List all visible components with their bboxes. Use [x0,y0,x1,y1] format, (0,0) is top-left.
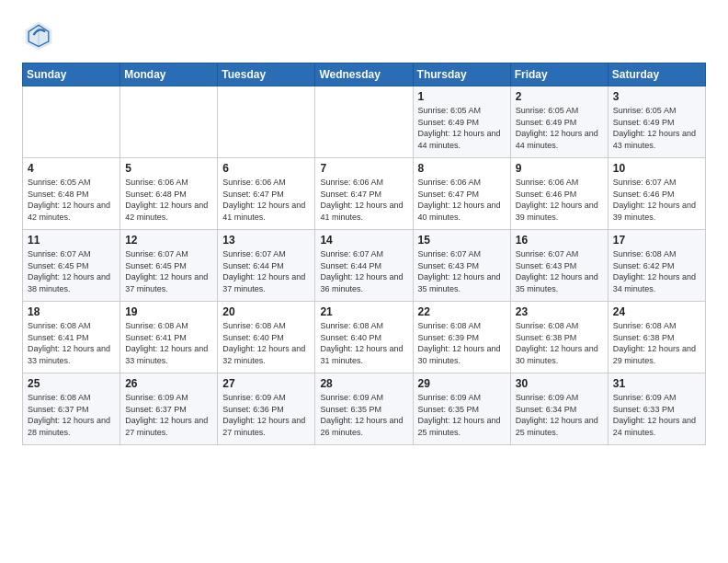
col-header-friday: Friday [510,63,608,86]
day-info: Sunrise: 6:08 AM Sunset: 6:37 PM Dayligh… [28,392,115,438]
day-number: 8 [418,162,506,175]
day-number: 23 [516,305,603,318]
day-cell [315,86,413,158]
day-cell: 23Sunrise: 6:08 AM Sunset: 6:38 PM Dayli… [510,302,608,373]
day-cell: 12Sunrise: 6:07 AM Sunset: 6:45 PM Dayli… [120,230,218,302]
day-number: 26 [125,377,212,390]
day-info: Sunrise: 6:07 AM Sunset: 6:44 PM Dayligh… [222,248,310,294]
day-cell: 30Sunrise: 6:09 AM Sunset: 6:34 PM Dayli… [510,373,608,445]
day-cell: 5Sunrise: 6:06 AM Sunset: 6:48 PM Daylig… [120,158,218,230]
day-info: Sunrise: 6:09 AM Sunset: 6:33 PM Dayligh… [613,392,700,438]
col-header-thursday: Thursday [413,63,510,86]
day-number: 17 [613,234,700,247]
header [22,18,706,52]
day-info: Sunrise: 6:06 AM Sunset: 6:46 PM Dayligh… [516,177,603,223]
day-cell: 2Sunrise: 6:05 AM Sunset: 6:49 PM Daylig… [510,86,608,158]
day-number: 21 [320,305,407,318]
day-cell: 15Sunrise: 6:07 AM Sunset: 6:43 PM Dayli… [413,230,510,302]
col-header-monday: Monday [120,63,218,86]
day-cell: 13Sunrise: 6:07 AM Sunset: 6:44 PM Dayli… [218,230,315,302]
day-cell: 18Sunrise: 6:08 AM Sunset: 6:41 PM Dayli… [23,302,120,373]
day-info: Sunrise: 6:07 AM Sunset: 6:45 PM Dayligh… [125,248,212,294]
day-cell: 8Sunrise: 6:06 AM Sunset: 6:47 PM Daylig… [413,158,510,230]
day-cell: 25Sunrise: 6:08 AM Sunset: 6:37 PM Dayli… [23,373,120,445]
day-info: Sunrise: 6:08 AM Sunset: 6:41 PM Dayligh… [28,320,115,366]
day-info: Sunrise: 6:09 AM Sunset: 6:36 PM Dayligh… [222,392,310,438]
day-cell: 22Sunrise: 6:08 AM Sunset: 6:39 PM Dayli… [413,302,510,373]
day-info: Sunrise: 6:05 AM Sunset: 6:48 PM Dayligh… [28,177,115,223]
day-info: Sunrise: 6:07 AM Sunset: 6:43 PM Dayligh… [516,248,603,294]
day-cell: 31Sunrise: 6:09 AM Sunset: 6:33 PM Dayli… [608,373,705,445]
day-info: Sunrise: 6:09 AM Sunset: 6:35 PM Dayligh… [320,392,407,438]
day-info: Sunrise: 6:09 AM Sunset: 6:35 PM Dayligh… [418,392,506,438]
day-number: 19 [125,305,212,318]
day-info: Sunrise: 6:06 AM Sunset: 6:47 PM Dayligh… [418,177,506,223]
week-row-3: 11Sunrise: 6:07 AM Sunset: 6:45 PM Dayli… [23,230,706,302]
col-header-sunday: Sunday [23,63,120,86]
logo-icon [22,18,55,52]
day-cell [120,86,218,158]
day-cell: 27Sunrise: 6:09 AM Sunset: 6:36 PM Dayli… [218,373,315,445]
day-info: Sunrise: 6:05 AM Sunset: 6:49 PM Dayligh… [613,105,700,151]
day-number: 3 [613,90,700,103]
col-header-saturday: Saturday [608,63,705,86]
day-number: 4 [28,162,115,175]
day-cell: 9Sunrise: 6:06 AM Sunset: 6:46 PM Daylig… [510,158,608,230]
day-cell: 16Sunrise: 6:07 AM Sunset: 6:43 PM Dayli… [510,230,608,302]
day-cell: 28Sunrise: 6:09 AM Sunset: 6:35 PM Dayli… [315,373,413,445]
day-cell: 21Sunrise: 6:08 AM Sunset: 6:40 PM Dayli… [315,302,413,373]
day-number: 11 [28,234,115,247]
day-info: Sunrise: 6:08 AM Sunset: 6:39 PM Dayligh… [418,320,506,366]
col-header-tuesday: Tuesday [218,63,315,86]
day-info: Sunrise: 6:08 AM Sunset: 6:42 PM Dayligh… [613,248,700,294]
day-number: 13 [222,234,310,247]
week-row-1: 1Sunrise: 6:05 AM Sunset: 6:49 PM Daylig… [23,86,706,158]
day-number: 28 [320,377,407,390]
calendar-header: SundayMondayTuesdayWednesdayThursdayFrid… [23,63,706,86]
day-info: Sunrise: 6:08 AM Sunset: 6:38 PM Dayligh… [516,320,603,366]
logo [22,18,59,52]
week-row-5: 25Sunrise: 6:08 AM Sunset: 6:37 PM Dayli… [23,373,706,445]
day-info: Sunrise: 6:05 AM Sunset: 6:49 PM Dayligh… [516,105,603,151]
day-number: 12 [125,234,212,247]
day-number: 20 [222,305,310,318]
day-cell: 24Sunrise: 6:08 AM Sunset: 6:38 PM Dayli… [608,302,705,373]
calendar-table: SundayMondayTuesdayWednesdayThursdayFrid… [22,63,706,445]
day-number: 25 [28,377,115,390]
day-cell: 10Sunrise: 6:07 AM Sunset: 6:46 PM Dayli… [608,158,705,230]
day-info: Sunrise: 6:07 AM Sunset: 6:46 PM Dayligh… [613,177,700,223]
week-row-4: 18Sunrise: 6:08 AM Sunset: 6:41 PM Dayli… [23,302,706,373]
day-info: Sunrise: 6:06 AM Sunset: 6:47 PM Dayligh… [222,177,310,223]
day-number: 2 [516,90,603,103]
day-info: Sunrise: 6:08 AM Sunset: 6:38 PM Dayligh… [613,320,700,366]
day-info: Sunrise: 6:05 AM Sunset: 6:49 PM Dayligh… [418,105,506,151]
day-cell: 17Sunrise: 6:08 AM Sunset: 6:42 PM Dayli… [608,230,705,302]
day-number: 15 [418,234,506,247]
day-cell: 6Sunrise: 6:06 AM Sunset: 6:47 PM Daylig… [218,158,315,230]
day-number: 30 [516,377,603,390]
day-info: Sunrise: 6:06 AM Sunset: 6:47 PM Dayligh… [320,177,407,223]
day-cell [218,86,315,158]
day-number: 31 [613,377,700,390]
day-number: 18 [28,305,115,318]
day-number: 16 [516,234,603,247]
day-number: 10 [613,162,700,175]
day-number: 7 [320,162,407,175]
day-number: 29 [418,377,506,390]
day-cell: 29Sunrise: 6:09 AM Sunset: 6:35 PM Dayli… [413,373,510,445]
day-info: Sunrise: 6:08 AM Sunset: 6:40 PM Dayligh… [320,320,407,366]
day-info: Sunrise: 6:09 AM Sunset: 6:37 PM Dayligh… [125,392,212,438]
day-number: 9 [516,162,603,175]
day-info: Sunrise: 6:07 AM Sunset: 6:43 PM Dayligh… [418,248,506,294]
day-cell: 7Sunrise: 6:06 AM Sunset: 6:47 PM Daylig… [315,158,413,230]
day-cell: 14Sunrise: 6:07 AM Sunset: 6:44 PM Dayli… [315,230,413,302]
calendar-body: 1Sunrise: 6:05 AM Sunset: 6:49 PM Daylig… [23,86,706,445]
day-info: Sunrise: 6:09 AM Sunset: 6:34 PM Dayligh… [516,392,603,438]
day-number: 14 [320,234,407,247]
day-info: Sunrise: 6:08 AM Sunset: 6:41 PM Dayligh… [125,320,212,366]
header-row: SundayMondayTuesdayWednesdayThursdayFrid… [23,63,706,86]
day-number: 1 [418,90,506,103]
week-row-2: 4Sunrise: 6:05 AM Sunset: 6:48 PM Daylig… [23,158,706,230]
day-cell: 3Sunrise: 6:05 AM Sunset: 6:49 PM Daylig… [608,86,705,158]
day-cell: 19Sunrise: 6:08 AM Sunset: 6:41 PM Dayli… [120,302,218,373]
